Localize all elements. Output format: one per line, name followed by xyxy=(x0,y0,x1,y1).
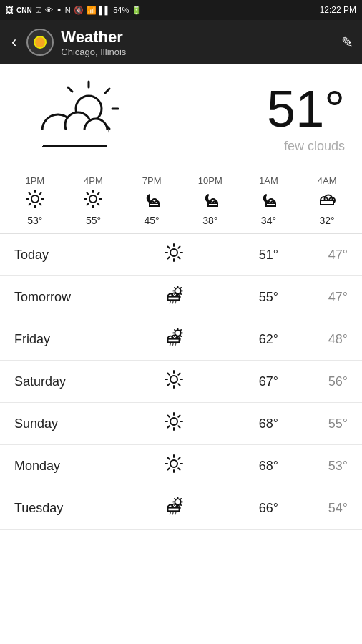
hourly-time: 4PM xyxy=(84,175,103,186)
app-header: ‹ Weather Chicago, Illinois ✎ xyxy=(0,20,362,64)
svg-line-127 xyxy=(180,504,182,505)
check-icon: ☑ xyxy=(35,6,42,15)
daily-day-label: Friday xyxy=(14,332,140,347)
daily-weather-icon xyxy=(140,370,209,393)
svg-line-100 xyxy=(179,384,180,385)
weather-description: few clouds xyxy=(132,139,345,154)
cnn-icon: CNN xyxy=(16,6,32,14)
svg-line-20 xyxy=(39,193,41,195)
svg-line-119 xyxy=(179,458,180,459)
svg-point-22 xyxy=(89,195,97,203)
hourly-item: 1AM 34° xyxy=(247,175,290,226)
edit-button[interactable]: ✎ xyxy=(341,34,353,51)
svg-line-58 xyxy=(179,247,180,248)
svg-line-65 xyxy=(175,288,176,289)
status-bar-right: 12:22 PM xyxy=(320,5,356,15)
daily-row: Monday 68° 53° xyxy=(0,445,362,487)
svg-line-67 xyxy=(180,288,182,289)
daily-low-temp: 47° xyxy=(278,248,348,263)
svg-line-83 xyxy=(180,335,182,336)
svg-line-128 xyxy=(180,499,182,500)
daily-weather-icon xyxy=(140,286,209,308)
svg-line-110 xyxy=(179,416,180,417)
daily-weather-icon xyxy=(140,243,209,266)
svg-point-51 xyxy=(170,249,177,256)
svg-line-99 xyxy=(168,374,170,375)
temperature-block: 51° few clouds xyxy=(132,83,345,154)
current-temperature: 51° xyxy=(132,83,345,135)
svg-line-27 xyxy=(87,193,89,195)
svg-point-112 xyxy=(170,460,177,467)
hourly-time: 10PM xyxy=(198,175,222,186)
back-button[interactable]: ‹ xyxy=(9,30,19,54)
hourly-weather-icon xyxy=(259,190,278,211)
hourly-temp: 53° xyxy=(27,215,42,226)
daily-low-temp: 54° xyxy=(278,501,348,516)
svg-line-109 xyxy=(179,426,180,427)
main-weather-section: 51° few clouds xyxy=(0,64,362,165)
eye-icon: 👁 xyxy=(45,6,53,14)
hourly-time: 4AM xyxy=(318,175,337,186)
daily-high-temp: 62° xyxy=(209,332,278,347)
hourly-temp: 32° xyxy=(320,215,335,226)
daily-low-temp: 47° xyxy=(278,290,348,305)
location-subtitle: Chicago, Illinois xyxy=(61,47,126,57)
daily-low-temp: 53° xyxy=(278,459,348,474)
svg-line-136 xyxy=(172,512,173,514)
hourly-temp: 34° xyxy=(261,215,276,226)
hourly-section: 1PM 53° 4PM 55° 7PM 45° 10PM 38° 1AM 34°… xyxy=(0,165,362,234)
daily-high-temp: 68° xyxy=(209,459,278,474)
svg-line-108 xyxy=(168,416,170,417)
svg-point-13 xyxy=(31,195,39,203)
hourly-row: 1PM 53° 4PM 55° 7PM 45° 10PM 38° 1AM 34°… xyxy=(0,175,362,226)
svg-line-66 xyxy=(180,293,182,294)
svg-line-84 xyxy=(180,330,182,331)
svg-line-30 xyxy=(87,203,89,205)
app-title: Weather xyxy=(61,28,126,47)
header-left: ‹ Weather Chicago, Illinois xyxy=(9,28,126,57)
app-icon xyxy=(26,29,54,56)
svg-line-21 xyxy=(29,203,30,205)
daily-high-temp: 68° xyxy=(209,416,278,431)
svg-rect-9 xyxy=(42,130,107,146)
daily-row: Tomorrow 55° 47° xyxy=(0,276,362,318)
daily-high-temp: 51° xyxy=(209,248,278,263)
signal-icon: ▌▌ xyxy=(99,6,111,14)
svg-line-82 xyxy=(175,330,176,331)
daily-day-label: Sunday xyxy=(14,416,140,431)
hourly-item: 4PM 55° xyxy=(72,175,114,226)
hourly-item: 10PM 38° xyxy=(189,175,232,226)
svg-line-59 xyxy=(168,257,170,258)
svg-line-102 xyxy=(168,384,170,385)
bluetooth-icon: ✶ xyxy=(56,6,62,15)
svg-line-4 xyxy=(68,87,72,92)
svg-line-29 xyxy=(98,193,99,195)
daily-weather-icon xyxy=(140,454,209,477)
svg-point-94 xyxy=(170,376,177,383)
hourly-temp: 45° xyxy=(145,215,160,226)
mute-icon: 🔇 xyxy=(74,6,84,15)
daily-row: Friday 62° 48° xyxy=(0,318,362,361)
svg-line-93 xyxy=(175,343,176,346)
svg-line-117 xyxy=(168,458,170,459)
main-weather-icon xyxy=(17,79,132,157)
hourly-item: 1PM 53° xyxy=(14,175,57,226)
daily-weather-icon xyxy=(140,497,209,519)
battery-text: 54% xyxy=(113,6,129,14)
time-display: 12:22 PM xyxy=(320,5,356,15)
battery-icon: 🔋 xyxy=(132,6,142,15)
hourly-weather-icon xyxy=(84,190,102,211)
wifi-icon: 📶 xyxy=(87,6,97,15)
daily-day-label: Monday xyxy=(14,459,140,474)
svg-line-18 xyxy=(29,193,30,195)
hourly-temp: 55° xyxy=(86,215,101,226)
daily-low-temp: 48° xyxy=(278,332,348,347)
svg-line-118 xyxy=(179,468,180,469)
svg-line-74 xyxy=(170,301,171,303)
svg-line-57 xyxy=(179,257,180,258)
hourly-time: 7PM xyxy=(142,175,162,186)
status-bar: 🖼 CNN ☑ 👁 ✶ N 🔇 📶 ▌▌ 54% 🔋 12:22 PM xyxy=(0,0,362,20)
svg-line-92 xyxy=(172,343,173,346)
image-icon: 🖼 xyxy=(6,6,14,14)
header-text-block: Weather Chicago, Illinois xyxy=(61,28,126,57)
